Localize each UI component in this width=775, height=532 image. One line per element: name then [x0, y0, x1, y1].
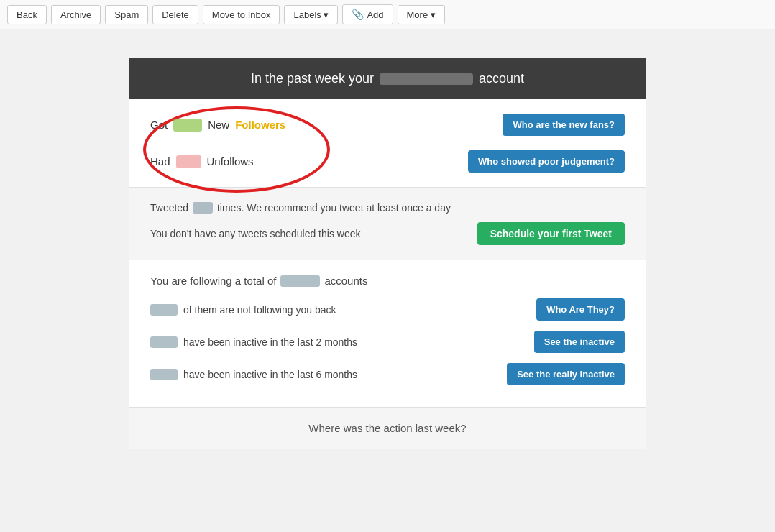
- main-content: In the past week your account Got New Fo…: [129, 58, 646, 449]
- inactive-2months-info: have been inactive in the last 2 months: [150, 336, 357, 348]
- delete-button[interactable]: Delete: [152, 5, 198, 24]
- got-label: Got: [150, 119, 168, 131]
- tweet-count-row: Tweeted times. We recommend you tweet at…: [150, 202, 625, 214]
- header-text-before: In the past week your: [251, 71, 374, 86]
- move-to-inbox-button[interactable]: Move to Inbox: [203, 5, 280, 24]
- archive-button[interactable]: Archive: [51, 5, 101, 24]
- spam-button[interactable]: Spam: [105, 5, 148, 24]
- schedule-row: You don't have any tweets scheduled this…: [150, 222, 625, 245]
- following-header-after: accounts: [324, 275, 367, 287]
- not-following-back-text: of them are not following you back: [183, 304, 336, 316]
- see-inactive-button[interactable]: See the inactive: [534, 331, 625, 353]
- followers-info: Got New Followers: [150, 119, 285, 132]
- more-button[interactable]: More ▾: [398, 5, 445, 24]
- blurred-tweet-count: [193, 202, 213, 214]
- labels-button[interactable]: Labels ▾: [284, 5, 338, 24]
- tweeted-before: Tweeted: [150, 202, 188, 214]
- header-text-after: account: [479, 71, 524, 86]
- unfollows-label: Unfollows: [207, 155, 254, 168]
- new-fans-button[interactable]: Who are the new fans?: [503, 114, 625, 136]
- tweet-count-text: Tweeted times. We recommend you tweet at…: [150, 202, 451, 214]
- clip-icon: 📎: [352, 9, 364, 20]
- inactive-6months-text: have been inactive in the last 6 months: [183, 369, 357, 380]
- blurred-following-count: [280, 275, 320, 287]
- inactive-6months-info: have been inactive in the last 6 months: [150, 369, 357, 380]
- not-following-back-row: of them are not following you back Who A…: [150, 298, 625, 321]
- schedule-tweet-button[interactable]: Schedule your first Tweet: [477, 222, 625, 245]
- blurred-inactive-6m-count: [150, 369, 178, 380]
- no-scheduled-text: You don't have any tweets scheduled this…: [150, 228, 360, 239]
- inactive-2months-text: have been inactive in the last 2 months: [183, 336, 357, 348]
- followers-label: Followers: [235, 119, 285, 131]
- header-banner: In the past week your account: [129, 58, 646, 99]
- toolbar: Back Archive Spam Delete Move to Inbox L…: [0, 0, 775, 29]
- not-following-back-info: of them are not following you back: [150, 304, 336, 316]
- blurred-unfollows-count: [176, 155, 201, 168]
- unfollows-row: Had Unfollows Who showed poor judgement?: [150, 150, 625, 173]
- poor-judgement-button[interactable]: Who showed poor judgement?: [468, 150, 625, 173]
- add-button[interactable]: 📎 Add: [342, 4, 393, 24]
- tweet-section: Tweeted times. We recommend you tweet at…: [129, 187, 646, 260]
- blurred-followers-count: [173, 119, 202, 132]
- followers-section: Got New Followers Who are the new fans? …: [129, 99, 646, 187]
- who-are-they-button[interactable]: Who Are They?: [536, 298, 625, 321]
- blurred-inactive-2m-count: [150, 336, 178, 348]
- following-section: You are following a total of accounts of…: [129, 260, 646, 400]
- followers-row: Got New Followers Who are the new fans?: [150, 114, 625, 136]
- inactive-2months-row: have been inactive in the last 2 months …: [150, 331, 625, 353]
- back-button[interactable]: Back: [7, 5, 47, 24]
- inactive-6months-row: have been inactive in the last 6 months …: [150, 363, 625, 385]
- unfollows-info: Had Unfollows: [150, 155, 254, 168]
- footer-banner: Where was the action last week?: [129, 407, 646, 449]
- tweeted-after: times. We recommend you tweet at least o…: [217, 202, 451, 214]
- blurred-not-following-count: [150, 304, 178, 316]
- blurred-account-name: [380, 73, 473, 85]
- following-header: You are following a total of accounts: [150, 275, 625, 287]
- following-header-before: You are following a total of: [150, 275, 276, 287]
- new-label: New: [208, 119, 229, 131]
- had-label: Had: [150, 155, 170, 168]
- see-really-inactive-button[interactable]: See the really inactive: [507, 363, 625, 385]
- footer-text: Where was the action last week?: [308, 422, 466, 434]
